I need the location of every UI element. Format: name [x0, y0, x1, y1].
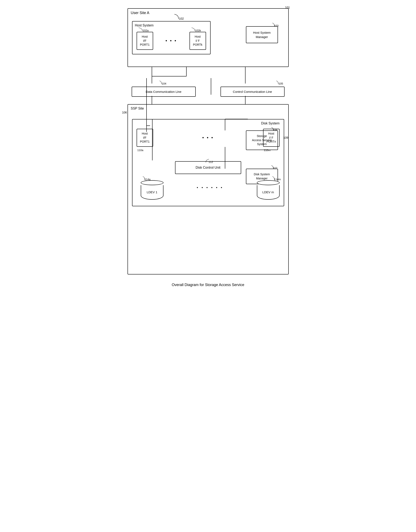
svg-text:112: 112	[208, 160, 213, 163]
disk-system-box: Disk System 109 Host I/F PORT1 110a •	[132, 119, 284, 206]
host-port1-line2: I/F	[140, 39, 150, 43]
connection-lines-mid	[128, 96, 289, 104]
host-system-box: Host System 102a Host I/F	[132, 21, 211, 54]
ldevm-body: LDEV m	[257, 185, 280, 200]
ref-106: 106	[122, 111, 127, 114]
ldev1-label: LDEV 1	[147, 190, 158, 194]
disk-system-label: Disk System	[261, 122, 280, 125]
host-portk-line2: I/ F	[193, 39, 203, 43]
data-comm-box: Data Communication Line	[132, 87, 196, 97]
disk-port1-box: Host I/F PORT1	[137, 129, 153, 147]
caption: Overall Diagram for Storage Access Servi…	[172, 283, 244, 287]
ldev-dots: • • • • • •	[166, 186, 255, 190]
ref-112: 112	[205, 159, 215, 164]
host-mgr-box: 103 Host System Manager	[246, 26, 278, 43]
svg-text:103: 103	[274, 24, 279, 27]
disk-ctrl-label: Disk Control Unit	[196, 166, 220, 169]
disk-portn-wrapper: Host I/ F PORTn 110m	[263, 129, 280, 147]
host-port1-line3: PORT1	[140, 43, 150, 47]
disk-portn-box: Host I/ F PORTn	[263, 129, 280, 147]
ssp-site-label: SSP Site	[131, 107, 144, 110]
host-mgr-line1: Host System	[250, 30, 274, 35]
svg-text:105: 105	[279, 82, 283, 85]
ssp-inner: 108 Storage Access Service System 107 Di…	[132, 119, 284, 268]
full-diagram: User Site A 101 102 Host System	[128, 8, 289, 275]
ref-109: 109	[283, 136, 288, 139]
ldev1-body: LDEV 1	[141, 185, 163, 200]
host-mgr-line2: Manager	[250, 35, 274, 39]
disk-ctrl-row: Disk Control Unit 112	[137, 157, 280, 174]
ssp-site-box: SSP Site 106 108 Storage Access Service …	[128, 104, 289, 275]
ref-110a: 110a	[137, 149, 143, 152]
connection-lines-top	[128, 67, 289, 84]
ldev1-wrapper: 114a LDEV 1	[141, 180, 163, 200]
ctrl-comm-box: Control Communication Line	[220, 87, 284, 97]
disk-ports-dots: • • •	[157, 135, 259, 140]
ref-110m: 110m	[264, 149, 271, 152]
disk-ports-row: Host I/F PORT1 110a • • • Host I/ F	[137, 129, 280, 147]
ref-103: 103	[270, 22, 279, 28]
ref-102: 102	[172, 14, 185, 21]
ldevm-cylinder: LDEV m	[257, 180, 280, 200]
comm-lines-wrapper: 104 Data Communication Line 105 Control …	[128, 84, 289, 96]
ref-104: 104	[159, 80, 167, 86]
svg-text:102k: 102k	[195, 29, 201, 32]
disk-port1-wrapper: Host I/F PORT1 110a	[137, 129, 153, 147]
disk-port1-line2: I/F	[140, 136, 150, 140]
ldev1-cylinder: LDEV 1	[141, 180, 163, 200]
host-portk-wrapper: 102k Host I/ F PORTk	[189, 32, 206, 50]
ldev-row: 114a LDEV 1 • • • • • •	[137, 180, 280, 200]
ref-105: 105	[275, 80, 284, 86]
ldevm-wrapper: 114m LDEV m	[257, 180, 280, 200]
disk-portn-line2: I/ F	[266, 136, 276, 140]
svg-text:104: 104	[162, 82, 166, 85]
host-port1-box: Host I/F PORT1	[137, 32, 153, 50]
host-port1-line1: Host	[140, 35, 150, 39]
disk-port1-line1: Host	[140, 132, 150, 136]
ldevm-label: LDEV m	[263, 190, 274, 194]
host-portk-box: Host I/ F PORTk	[189, 32, 206, 50]
disk-portn-line3: PORTn	[266, 140, 276, 144]
disk-port1-line3: PORT1	[140, 140, 150, 144]
disk-portn-line1: Host	[266, 132, 276, 136]
ldevm-top	[257, 180, 280, 185]
svg-text:102: 102	[179, 17, 184, 20]
host-portk-line1: Host	[193, 35, 203, 39]
host-port1-wrapper: 102a Host I/F PORT1	[137, 32, 153, 50]
host-system-label: Host System	[135, 24, 154, 27]
user-site-box: User Site A 101 102 Host System	[128, 8, 289, 67]
user-site-inner: 102 Host System 102a	[132, 13, 284, 66]
svg-text:102a: 102a	[142, 29, 149, 32]
host-portk-line3: PORTk	[193, 43, 203, 47]
data-comm-label: Data Communication Line	[146, 90, 181, 94]
ref-101: 101	[285, 6, 290, 9]
host-ports-dots: • • •	[157, 38, 185, 43]
ctrl-comm-label: Control Communication Line	[233, 90, 272, 94]
ldev1-top	[141, 180, 163, 185]
host-ports-row: 102a Host I/F PORT1 • • •	[137, 32, 206, 50]
